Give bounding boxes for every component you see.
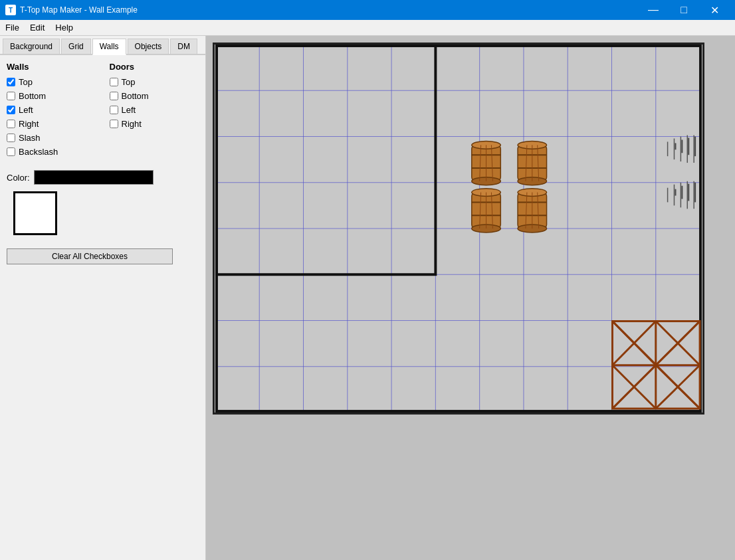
door-right-row: Right: [110, 119, 199, 129]
color-preview-box: [13, 191, 57, 235]
panel-content: Walls Top Bottom Left R: [0, 55, 205, 560]
door-left-checkbox[interactable]: [110, 106, 118, 114]
close-button[interactable]: ✕: [699, 0, 730, 20]
wall-backslash-label: Backslash: [19, 147, 58, 157]
grid-svg: [215, 45, 702, 413]
left-panel: Background Grid Walls Objects DM Walls T…: [0, 36, 206, 560]
maximize-button[interactable]: □: [669, 0, 699, 20]
wall-left-row: Left: [7, 105, 96, 115]
map-area: [206, 36, 735, 560]
door-right-checkbox[interactable]: [110, 120, 118, 128]
wall-slash-row: Slash: [7, 133, 96, 143]
wall-top-label: Top: [19, 77, 33, 87]
door-top-checkbox[interactable]: [110, 78, 118, 86]
door-top-row: Top: [110, 77, 199, 87]
wall-right-row: Right: [7, 119, 96, 129]
wall-right-checkbox[interactable]: [7, 120, 15, 128]
wall-backslash-row: Backslash: [7, 147, 96, 157]
color-label: Color:: [7, 173, 30, 183]
clear-all-button[interactable]: Clear All Checkboxes: [7, 248, 173, 264]
app-icon: T: [5, 5, 16, 15]
wall-right-label: Right: [19, 119, 39, 129]
wall-top-checkbox[interactable]: [7, 78, 15, 86]
tab-bar: Background Grid Walls Objects DM: [0, 36, 205, 55]
menu-bar: File Edit Help: [0, 20, 735, 36]
menu-edit[interactable]: Edit: [25, 21, 50, 34]
doors-header: Doors: [110, 62, 199, 72]
wall-bottom-label: Bottom: [19, 91, 46, 101]
tab-dm[interactable]: DM: [170, 39, 197, 54]
title-bar: T T-Top Map Maker - Wall Example — □ ✕: [0, 0, 735, 20]
tab-walls[interactable]: Walls: [92, 39, 126, 55]
wall-left-label: Left: [19, 105, 33, 115]
wall-backslash-checkbox[interactable]: [7, 147, 15, 156]
minimize-button[interactable]: —: [638, 0, 669, 20]
wall-slash-label: Slash: [19, 133, 41, 143]
window-controls: — □ ✕: [638, 0, 730, 20]
wall-slash-checkbox[interactable]: [7, 134, 15, 142]
door-top-label: Top: [122, 77, 136, 87]
wall-left-checkbox[interactable]: [7, 106, 15, 114]
door-bottom-checkbox[interactable]: [110, 92, 118, 100]
tab-objects[interactable]: Objects: [128, 39, 169, 54]
color-swatch[interactable]: [34, 170, 154, 185]
wall-top-row: Top: [7, 77, 96, 87]
columns: Walls Top Bottom Left R: [7, 62, 199, 161]
tab-background[interactable]: Background: [3, 39, 60, 54]
window-title: T-Top Map Maker - Wall Example: [20, 5, 638, 15]
color-row: Color:: [7, 170, 199, 185]
door-bottom-label: Bottom: [122, 91, 149, 101]
map-canvas[interactable]: [213, 43, 704, 415]
door-left-row: Left: [110, 105, 199, 115]
tab-grid[interactable]: Grid: [61, 39, 91, 54]
menu-file[interactable]: File: [0, 21, 25, 34]
walls-column: Walls Top Bottom Left R: [7, 62, 96, 161]
door-bottom-row: Bottom: [110, 91, 199, 101]
menu-help[interactable]: Help: [50, 21, 78, 34]
wall-bottom-checkbox[interactable]: [7, 92, 15, 100]
app-body: Background Grid Walls Objects DM Walls T…: [0, 36, 735, 560]
door-left-label: Left: [122, 105, 136, 115]
door-right-label: Right: [122, 119, 142, 129]
wall-bottom-row: Bottom: [7, 91, 96, 101]
doors-column: Doors Top Bottom Left R: [110, 62, 199, 161]
walls-header: Walls: [7, 62, 96, 72]
